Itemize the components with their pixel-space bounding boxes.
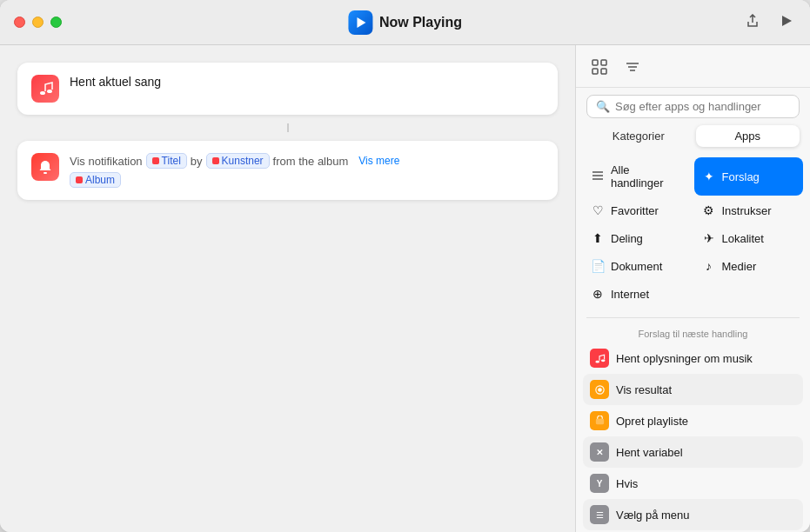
cat-label-medier: Medier [722, 260, 757, 273]
cat-label-dokument: Dokument [611, 260, 662, 273]
main-window: Now Playing [0, 0, 810, 532]
share-button[interactable] [742, 10, 763, 35]
category-grid: Alle handlinger ✦ Forslag ♡ Favoritter ⚙… [576, 154, 810, 314]
svg-rect-5 [592, 60, 598, 65]
cat-icon-instrukser: ⚙ [701, 203, 717, 217]
cat-label-deling: Deling [611, 232, 643, 245]
sug-label-s3: Opret playliste [616, 415, 688, 428]
action-icon-music [31, 75, 59, 103]
separator-from: from the album [273, 155, 349, 168]
cat-label-internet: Internet [611, 288, 649, 301]
svg-point-16 [600, 359, 605, 362]
titlebar-actions [742, 10, 796, 35]
action-title-1: Hent aktuel sang [70, 75, 544, 89]
sidebar-icon-filter[interactable] [619, 54, 646, 80]
svg-marker-1 [782, 16, 792, 26]
search-input[interactable] [615, 100, 790, 113]
cat-deling[interactable]: ⬆ Deling [583, 225, 693, 251]
svg-rect-4 [44, 172, 47, 174]
action-label-vis: Vis notifikation [70, 155, 143, 168]
window-title: Now Playing [379, 15, 462, 30]
suggestion-item-s6[interactable]: ☰ Vælg på menu [583, 499, 803, 530]
minimize-button[interactable] [32, 17, 44, 28]
dot-red-2 [212, 157, 219, 164]
cat-instrukser[interactable]: ⚙ Instrukser [694, 197, 804, 223]
suggestion-item-s4[interactable]: ✕ Hent variabel [583, 436, 803, 468]
sug-label-s5: Hvis [616, 477, 638, 490]
maximize-button[interactable] [50, 17, 62, 28]
suggestion-item-s5[interactable]: Y Hvis [583, 468, 803, 499]
cat-icon-lokalitet: ✈ [701, 231, 717, 245]
connector [287, 123, 289, 132]
suggestion-list: Hent oplysninger om musik Vis resultat [576, 342, 810, 532]
svg-rect-19 [595, 418, 603, 424]
tab-kategorier[interactable]: Kategorier [586, 125, 691, 147]
titlebar: Now Playing [0, 0, 810, 45]
cat-label-alle: Alle handlinger [611, 163, 686, 190]
suggestion-item-s1[interactable]: Hent oplysninger om musik [583, 342, 803, 374]
titlebar-center: Now Playing [348, 10, 462, 35]
action-params-row1: Vis notifikation Titel by Kunstner from … [70, 153, 544, 169]
cat-alle-handlinger[interactable]: Alle handlinger [583, 157, 693, 196]
action-content-1: Hent aktuel sang [70, 75, 544, 89]
svg-point-2 [40, 91, 45, 95]
cat-dokument[interactable]: 📄 Dokument [583, 253, 693, 279]
sug-label-s4: Hent variabel [616, 446, 683, 459]
param-titel: Titel [146, 153, 187, 169]
dot-red-1 [152, 157, 159, 164]
sug-icon-s2 [590, 380, 609, 399]
cat-icon-dokument: 📄 [590, 259, 606, 273]
sidebar: 🔍 Kategorier Apps Alle handlinge [575, 45, 810, 532]
cat-icon-alle [590, 170, 606, 184]
cat-icon-favoritter: ♡ [590, 203, 606, 217]
search-box[interactable]: 🔍 [586, 95, 800, 118]
cat-icon-internet: ⊕ [590, 287, 606, 301]
action-card-2[interactable]: Vis notifikation Titel by Kunstner from … [17, 141, 558, 200]
sug-label-s2: Vis resultat [616, 383, 672, 396]
cat-label-forslag: Forslag [722, 170, 760, 183]
suggestions-label: Forslag til næste handling [576, 322, 810, 342]
action-params-row2: Album [70, 172, 544, 188]
cat-forslag[interactable]: ✦ Forslag [694, 157, 804, 196]
tab-row: Kategorier Apps [576, 125, 810, 154]
sug-label-s6: Vælg på menu [616, 509, 690, 522]
sug-icon-s1 [590, 349, 609, 368]
action-card-1[interactable]: Hent aktuel sang [17, 63, 558, 115]
sidebar-icon-view[interactable] [586, 54, 613, 80]
param-kunstner: Kunstner [206, 153, 270, 169]
param-album: Album [70, 172, 121, 188]
main-canvas: Hent aktuel sang Vis notifikation [0, 45, 575, 532]
action-content-2: Vis notifikation Titel by Kunstner from … [70, 153, 544, 188]
cat-internet[interactable]: ⊕ Internet [583, 281, 693, 307]
cat-lokalitet[interactable]: ✈ Lokalitet [694, 225, 804, 251]
sug-icon-s3 [590, 411, 609, 430]
play-button[interactable] [777, 11, 796, 34]
sug-icon-s5: Y [590, 474, 609, 493]
svg-marker-0 [357, 17, 365, 28]
cat-label-lokalitet: Lokalitet [722, 232, 764, 245]
suggestion-item-s2[interactable]: Vis resultat [583, 374, 803, 405]
cat-icon-deling: ⬆ [590, 231, 606, 245]
svg-rect-6 [601, 60, 606, 65]
svg-rect-8 [601, 69, 606, 74]
svg-point-15 [595, 360, 599, 362]
vis-mere-button[interactable]: Vis mere [358, 155, 399, 167]
svg-rect-7 [592, 69, 598, 74]
cat-icon-forslag: ✦ [701, 170, 717, 183]
svg-point-18 [598, 388, 602, 392]
suggestion-item-s3[interactable]: Opret playliste [583, 405, 803, 436]
action-icon-notify [31, 153, 59, 181]
sug-icon-s6: ☰ [590, 505, 609, 524]
tab-apps[interactable]: Apps [696, 125, 800, 147]
cat-medier[interactable]: ♪ Medier [694, 253, 804, 279]
divider [586, 317, 800, 318]
cat-icon-medier: ♪ [701, 259, 717, 273]
traffic-lights [14, 17, 62, 28]
app-icon [348, 10, 372, 35]
svg-point-3 [47, 90, 52, 93]
close-button[interactable] [14, 17, 25, 28]
cat-label-favoritter: Favoritter [611, 204, 659, 217]
cat-favoritter[interactable]: ♡ Favoritter [583, 197, 693, 223]
sidebar-header [576, 45, 810, 88]
dot-red-3 [76, 176, 83, 183]
